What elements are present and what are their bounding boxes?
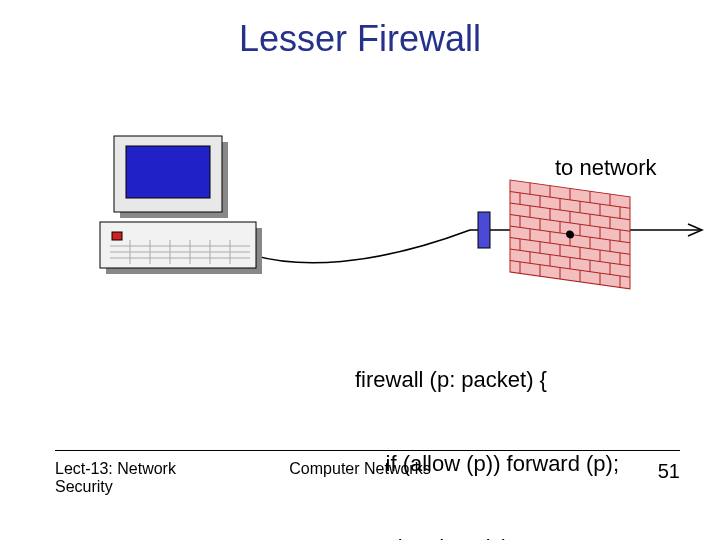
slide-title: Lesser Firewall	[0, 18, 720, 60]
computer-icon	[100, 136, 262, 274]
pseudocode-block: firewall (p: packet) { if (allow (p)) fo…	[355, 310, 619, 540]
svg-rect-57	[112, 232, 122, 240]
svg-rect-54	[126, 146, 210, 198]
footer-center: Computer Networks	[0, 460, 720, 478]
footer-page-number: 51	[658, 460, 680, 483]
code-line-1: firewall (p: packet) {	[355, 366, 619, 394]
firewall-brick-wall	[510, 180, 630, 289]
footer-rule	[55, 450, 680, 451]
to-network-label: to network	[555, 155, 657, 181]
network-diagram	[70, 120, 710, 300]
svg-rect-56	[100, 222, 256, 268]
code-line-3: else drop (p);	[355, 534, 619, 540]
network-interface-card	[478, 212, 490, 248]
